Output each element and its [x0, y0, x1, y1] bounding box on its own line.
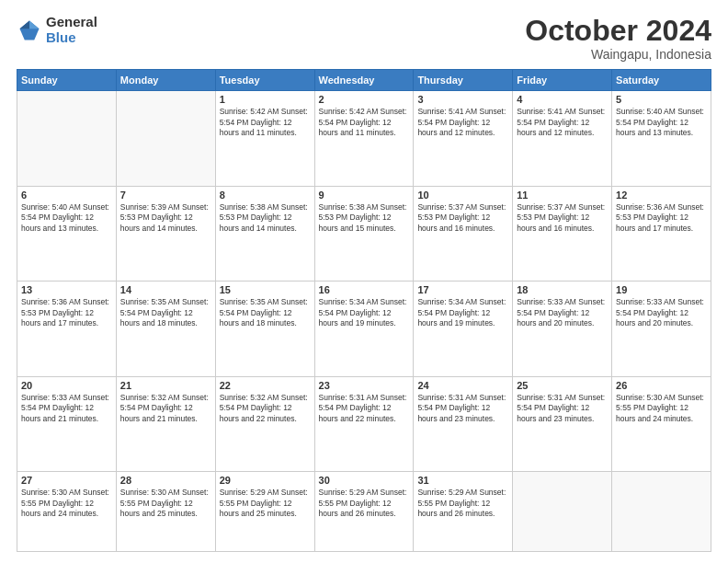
day-number: 19: [616, 284, 707, 295]
day-info: Sunrise: 5:37 AM Sunset: 5:53 PM Dayligh…: [517, 202, 608, 234]
day-info: Sunrise: 5:42 AM Sunset: 5:54 PM Dayligh…: [319, 107, 410, 138]
day-number: 3: [417, 94, 508, 105]
day-number: 15: [220, 284, 311, 295]
calendar-cell: 14Sunrise: 5:35 AM Sunset: 5:54 PM Dayli…: [116, 282, 215, 377]
calendar-cell: [17, 91, 117, 187]
day-number: 16: [319, 284, 410, 295]
day-info: Sunrise: 5:37 AM Sunset: 5:53 PM Dayligh…: [417, 202, 508, 234]
day-info: Sunrise: 5:38 AM Sunset: 5:53 PM Dayligh…: [220, 202, 311, 234]
day-info: Sunrise: 5:33 AM Sunset: 5:54 PM Dayligh…: [21, 393, 112, 424]
day-number: 2: [319, 94, 410, 105]
day-number: 25: [517, 380, 608, 391]
day-number: 30: [319, 475, 410, 486]
day-number: 11: [517, 190, 608, 201]
calendar-cell: 25Sunrise: 5:31 AM Sunset: 5:54 PM Dayli…: [513, 376, 612, 472]
calendar-cell: 27Sunrise: 5:30 AM Sunset: 5:55 PM Dayli…: [17, 472, 117, 552]
logo-icon: [17, 17, 42, 43]
day-info: Sunrise: 5:31 AM Sunset: 5:54 PM Dayligh…: [417, 393, 508, 424]
day-info: Sunrise: 5:36 AM Sunset: 5:53 PM Dayligh…: [21, 297, 112, 328]
day-number: 26: [616, 380, 707, 391]
calendar-cell: 7Sunrise: 5:39 AM Sunset: 5:53 PM Daylig…: [116, 186, 215, 282]
calendar-cell: 16Sunrise: 5:34 AM Sunset: 5:54 PM Dayli…: [314, 282, 414, 377]
day-number: 29: [220, 475, 311, 486]
day-info: Sunrise: 5:29 AM Sunset: 5:55 PM Dayligh…: [417, 488, 508, 519]
calendar-cell: [513, 472, 612, 552]
th-tuesday: Tuesday: [215, 70, 314, 91]
calendar-cell: 17Sunrise: 5:34 AM Sunset: 5:54 PM Dayli…: [414, 282, 513, 377]
logo-general-text: General: [46, 15, 97, 30]
day-number: 14: [120, 284, 211, 295]
day-info: Sunrise: 5:38 AM Sunset: 5:53 PM Dayligh…: [319, 202, 410, 234]
calendar-week-4: 20Sunrise: 5:33 AM Sunset: 5:54 PM Dayli…: [17, 376, 711, 472]
calendar-cell: 2Sunrise: 5:42 AM Sunset: 5:54 PM Daylig…: [314, 91, 414, 187]
calendar-cell: 28Sunrise: 5:30 AM Sunset: 5:55 PM Dayli…: [116, 472, 215, 552]
day-info: Sunrise: 5:34 AM Sunset: 5:54 PM Dayligh…: [417, 297, 508, 328]
day-number: 23: [319, 380, 410, 391]
day-info: Sunrise: 5:40 AM Sunset: 5:54 PM Dayligh…: [616, 107, 707, 138]
calendar-cell: 3Sunrise: 5:41 AM Sunset: 5:54 PM Daylig…: [414, 91, 513, 187]
calendar-week-5: 27Sunrise: 5:30 AM Sunset: 5:55 PM Dayli…: [17, 472, 711, 552]
day-number: 10: [417, 190, 508, 201]
day-number: 17: [417, 284, 508, 295]
day-number: 27: [21, 475, 112, 486]
calendar-week-2: 6Sunrise: 5:40 AM Sunset: 5:54 PM Daylig…: [17, 186, 711, 282]
th-monday: Monday: [116, 70, 215, 91]
calendar-cell: 8Sunrise: 5:38 AM Sunset: 5:53 PM Daylig…: [215, 186, 314, 282]
calendar-cell: 19Sunrise: 5:33 AM Sunset: 5:54 PM Dayli…: [612, 282, 711, 377]
logo-text: General Blue: [46, 15, 97, 45]
day-number: 13: [21, 284, 112, 295]
th-sunday: Sunday: [17, 70, 117, 91]
day-number: 4: [517, 94, 608, 105]
day-info: Sunrise: 5:32 AM Sunset: 5:54 PM Dayligh…: [120, 393, 211, 424]
day-info: Sunrise: 5:41 AM Sunset: 5:54 PM Dayligh…: [517, 107, 608, 138]
day-number: 21: [120, 380, 211, 391]
day-info: Sunrise: 5:41 AM Sunset: 5:54 PM Dayligh…: [417, 107, 508, 138]
day-info: Sunrise: 5:29 AM Sunset: 5:55 PM Dayligh…: [319, 488, 410, 519]
calendar-cell: 9Sunrise: 5:38 AM Sunset: 5:53 PM Daylig…: [314, 186, 414, 282]
day-info: Sunrise: 5:30 AM Sunset: 5:55 PM Dayligh…: [616, 393, 707, 424]
calendar-cell: 21Sunrise: 5:32 AM Sunset: 5:54 PM Dayli…: [116, 376, 215, 472]
day-number: 20: [21, 380, 112, 391]
day-info: Sunrise: 5:39 AM Sunset: 5:53 PM Dayligh…: [120, 202, 211, 234]
calendar-cell: 13Sunrise: 5:36 AM Sunset: 5:53 PM Dayli…: [17, 282, 117, 377]
location: Waingapu, Indonesia: [525, 47, 711, 62]
day-info: Sunrise: 5:35 AM Sunset: 5:54 PM Dayligh…: [120, 297, 211, 328]
day-info: Sunrise: 5:32 AM Sunset: 5:54 PM Dayligh…: [220, 393, 311, 424]
calendar-cell: 31Sunrise: 5:29 AM Sunset: 5:55 PM Dayli…: [414, 472, 513, 552]
calendar-cell: 12Sunrise: 5:36 AM Sunset: 5:53 PM Dayli…: [612, 186, 711, 282]
calendar-cell: 5Sunrise: 5:40 AM Sunset: 5:54 PM Daylig…: [612, 91, 711, 187]
calendar-page: General Blue October 2024 Waingapu, Indo…: [0, 0, 728, 563]
day-number: 12: [616, 190, 707, 201]
day-info: Sunrise: 5:29 AM Sunset: 5:55 PM Dayligh…: [220, 488, 311, 519]
day-info: Sunrise: 5:35 AM Sunset: 5:54 PM Dayligh…: [220, 297, 311, 328]
calendar-cell: 11Sunrise: 5:37 AM Sunset: 5:53 PM Dayli…: [513, 186, 612, 282]
th-wednesday: Wednesday: [314, 70, 414, 91]
calendar-cell: 30Sunrise: 5:29 AM Sunset: 5:55 PM Dayli…: [314, 472, 414, 552]
calendar-cell: 4Sunrise: 5:41 AM Sunset: 5:54 PM Daylig…: [513, 91, 612, 187]
calendar-cell: 18Sunrise: 5:33 AM Sunset: 5:54 PM Dayli…: [513, 282, 612, 377]
calendar-cell: 23Sunrise: 5:31 AM Sunset: 5:54 PM Dayli…: [314, 376, 414, 472]
title-block: October 2024 Waingapu, Indonesia: [525, 15, 711, 62]
svg-marker-1: [29, 20, 40, 29]
day-info: Sunrise: 5:36 AM Sunset: 5:53 PM Dayligh…: [616, 202, 707, 234]
logo-blue-text: Blue: [46, 30, 97, 46]
th-thursday: Thursday: [414, 70, 513, 91]
calendar-cell: 20Sunrise: 5:33 AM Sunset: 5:54 PM Dayli…: [17, 376, 117, 472]
svg-marker-2: [20, 20, 30, 29]
day-info: Sunrise: 5:30 AM Sunset: 5:55 PM Dayligh…: [21, 488, 112, 519]
day-info: Sunrise: 5:31 AM Sunset: 5:54 PM Dayligh…: [517, 393, 608, 424]
calendar-cell: 22Sunrise: 5:32 AM Sunset: 5:54 PM Dayli…: [215, 376, 314, 472]
day-info: Sunrise: 5:30 AM Sunset: 5:55 PM Dayligh…: [120, 488, 211, 519]
calendar-cell: 15Sunrise: 5:35 AM Sunset: 5:54 PM Dayli…: [215, 282, 314, 377]
day-info: Sunrise: 5:31 AM Sunset: 5:54 PM Dayligh…: [319, 393, 410, 424]
day-number: 8: [220, 190, 311, 201]
calendar-week-1: 1Sunrise: 5:42 AM Sunset: 5:54 PM Daylig…: [17, 91, 711, 187]
calendar-table: Sunday Monday Tuesday Wednesday Thursday…: [17, 69, 711, 552]
day-info: Sunrise: 5:42 AM Sunset: 5:54 PM Dayligh…: [220, 107, 311, 138]
day-number: 6: [21, 190, 112, 201]
calendar-cell: 29Sunrise: 5:29 AM Sunset: 5:55 PM Dayli…: [215, 472, 314, 552]
day-info: Sunrise: 5:33 AM Sunset: 5:54 PM Dayligh…: [517, 297, 608, 328]
calendar-cell: [612, 472, 711, 552]
day-number: 7: [120, 190, 211, 201]
day-number: 28: [120, 475, 211, 486]
